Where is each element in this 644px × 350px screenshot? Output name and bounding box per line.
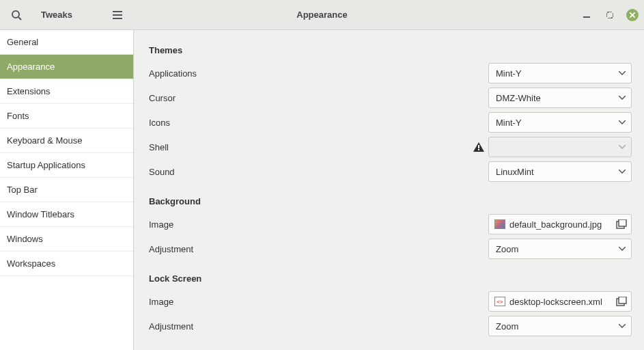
row-cursor: Cursor DMZ-White: [149, 85, 632, 110]
combo-icons-value: Mint-Y: [496, 118, 619, 128]
label-icons: Icons: [149, 118, 488, 128]
header-bar: Tweaks Appearance: [0, 0, 644, 30]
minimize-icon: [583, 12, 590, 18]
hamburger-icon: [113, 11, 122, 19]
sidebar-item-keyboard-mouse[interactable]: Keyboard & Mouse: [0, 129, 133, 153]
combo-ls-adjustment-value: Zoom: [496, 321, 619, 332]
xml-file-icon: <>: [494, 297, 505, 306]
sidebar-item-top-bar[interactable]: Top Bar: [0, 178, 133, 202]
filechooser-bg-image[interactable]: default_background.jpg: [488, 214, 632, 234]
row-sound: Sound LinuxMint: [149, 159, 632, 184]
chevron-down-icon: [619, 247, 626, 251]
combo-bg-adjustment-value: Zoom: [496, 244, 619, 254]
menu-button[interactable]: [107, 4, 128, 26]
window-controls: [580, 8, 644, 22]
svg-rect-8: [478, 145, 479, 148]
combo-applications-value: Mint-Y: [496, 68, 619, 79]
browse-icon: [616, 297, 627, 306]
row-bg-adjustment: Adjustment Zoom: [149, 237, 632, 261]
filechooser-ls-image[interactable]: <> desktop-lockscreen.xml: [488, 291, 632, 312]
shell-warning: [473, 142, 484, 152]
label-ls-adjustment: Adjustment: [149, 321, 488, 332]
svg-rect-13: [619, 297, 626, 304]
section-title-background: Background: [149, 196, 632, 206]
row-bg-image: Image default_background.jpg: [149, 212, 632, 237]
chevron-down-icon: [619, 120, 626, 124]
row-applications: Applications Mint-Y: [149, 61, 632, 85]
combo-ls-adjustment[interactable]: Zoom: [488, 316, 632, 336]
close-button[interactable]: [626, 9, 639, 21]
label-shell: Shell: [149, 142, 473, 152]
filechooser-bg-image-value: default_background.jpg: [509, 219, 612, 230]
sidebar-item-fonts[interactable]: Fonts: [0, 104, 133, 129]
label-ls-image: Image: [149, 297, 488, 307]
label-sound: Sound: [149, 167, 488, 177]
combo-cursor[interactable]: DMZ-White: [488, 88, 632, 108]
image-thumb-icon: [494, 219, 505, 229]
sidebar: General Appearance Extensions Fonts Keyb…: [0, 30, 134, 350]
header-left: Tweaks: [0, 4, 134, 26]
combo-applications[interactable]: Mint-Y: [488, 63, 632, 83]
app-title: Tweaks: [41, 10, 72, 20]
chevron-down-icon: [619, 170, 626, 174]
sidebar-item-appearance[interactable]: Appearance: [0, 55, 133, 79]
sidebar-item-windows[interactable]: Windows: [0, 227, 133, 252]
maximize-icon: [606, 12, 613, 18]
svg-rect-11: [619, 219, 626, 226]
svg-line-1: [18, 17, 21, 20]
close-icon: [630, 12, 635, 18]
page-title: Appearance: [296, 10, 347, 20]
label-applications: Applications: [149, 68, 488, 79]
sidebar-item-window-titlebars[interactable]: Window Titlebars: [0, 202, 133, 227]
minimize-button[interactable]: [580, 8, 593, 22]
row-shell: Shell: [149, 135, 632, 159]
sidebar-item-startup-applications[interactable]: Startup Applications: [0, 153, 133, 178]
search-button[interactable]: [5, 4, 27, 26]
label-bg-image: Image: [149, 219, 488, 230]
sidebar-item-extensions[interactable]: Extensions: [0, 79, 133, 104]
sidebar-item-general[interactable]: General: [0, 30, 133, 55]
content: General Appearance Extensions Fonts Keyb…: [0, 30, 644, 350]
chevron-down-icon: [619, 324, 626, 328]
combo-bg-adjustment[interactable]: Zoom: [488, 239, 632, 259]
filechooser-ls-image-value: desktop-lockscreen.xml: [509, 297, 612, 307]
chevron-down-icon: [619, 71, 626, 75]
main-panel: Themes Applications Mint-Y Cursor DMZ-Wh…: [134, 30, 644, 350]
row-icons: Icons Mint-Y: [149, 110, 632, 135]
chevron-down-icon: [619, 145, 626, 149]
combo-sound[interactable]: LinuxMint: [488, 161, 632, 182]
combo-shell: [488, 137, 632, 157]
combo-sound-value: LinuxMint: [496, 167, 619, 177]
combo-cursor-value: DMZ-White: [496, 93, 619, 103]
section-title-themes: Themes: [149, 45, 632, 55]
label-bg-adjustment: Adjustment: [149, 244, 488, 254]
row-ls-adjustment: Adjustment Zoom: [149, 314, 632, 338]
maximize-button[interactable]: [603, 8, 617, 22]
section-title-lockscreen: Lock Screen: [149, 273, 632, 284]
warning-icon: [473, 142, 484, 152]
search-icon: [11, 10, 22, 21]
sidebar-item-workspaces[interactable]: Workspaces: [0, 252, 133, 276]
svg-rect-9: [478, 149, 479, 150]
svg-point-0: [12, 11, 19, 18]
browse-icon: [616, 219, 627, 229]
combo-icons[interactable]: Mint-Y: [488, 112, 632, 133]
row-ls-image: Image <> desktop-lockscreen.xml: [149, 289, 632, 314]
chevron-down-icon: [619, 96, 626, 100]
label-cursor: Cursor: [149, 93, 488, 103]
